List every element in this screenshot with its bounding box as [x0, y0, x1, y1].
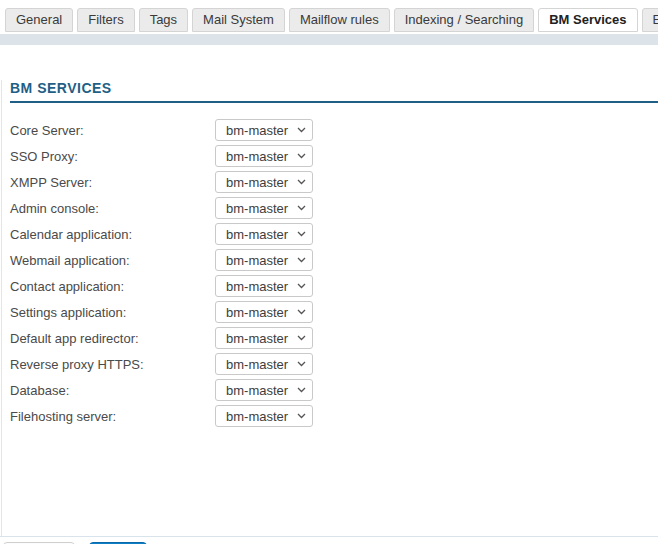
form-row: Calendar application:bm-master [10, 221, 658, 247]
field-label-calendar-application: Calendar application: [10, 227, 215, 242]
select-filehosting-server[interactable]: bm-master [215, 405, 313, 427]
form-row: XMPP Server:bm-master [10, 169, 658, 195]
form-row: Contact application:bm-master [10, 273, 658, 299]
field-label-webmail-application: Webmail application: [10, 253, 215, 268]
tab-exte[interactable]: Exte [642, 8, 658, 32]
form-row: Webmail application:bm-master [10, 247, 658, 273]
tab-general[interactable]: General [5, 8, 73, 32]
select-database[interactable]: bm-master [215, 379, 313, 401]
select-sso-proxy[interactable]: bm-master [215, 145, 313, 167]
field-label-core-server: Core Server: [10, 123, 215, 138]
select-wrap: bm-master [215, 197, 313, 219]
field-label-filehosting-server: Filehosting server: [10, 409, 215, 424]
field-label-reverse-proxy-https: Reverse proxy HTTPS: [10, 357, 215, 372]
select-wrap: bm-master [215, 119, 313, 141]
tab-mail-system[interactable]: Mail System [192, 8, 285, 32]
select-calendar-application[interactable]: bm-master [215, 223, 313, 245]
tab-filters[interactable]: Filters [77, 8, 134, 32]
select-wrap: bm-master [215, 223, 313, 245]
select-wrap: bm-master [215, 301, 313, 323]
field-label-admin-console: Admin console: [10, 201, 215, 216]
select-wrap: bm-master [215, 275, 313, 297]
select-wrap: bm-master [215, 379, 313, 401]
tab-bm-services[interactable]: BM Services [538, 8, 637, 32]
form-row: Filehosting server:bm-master [10, 403, 658, 429]
footer-bar: Cancel Save [0, 536, 658, 544]
select-admin-console[interactable]: bm-master [215, 197, 313, 219]
field-label-xmpp-server: XMPP Server: [10, 175, 215, 190]
select-wrap: bm-master [215, 353, 313, 375]
select-webmail-application[interactable]: bm-master [215, 249, 313, 271]
content-panel: BM SERVICES Core Server:bm-masterSSO Pro… [1, 80, 658, 536]
tab-indexing-searching[interactable]: Indexing / Searching [394, 8, 535, 32]
form-row: Settings application:bm-master [10, 299, 658, 325]
form-row: Admin console:bm-master [10, 195, 658, 221]
select-wrap: bm-master [215, 145, 313, 167]
tab-underline-band [0, 34, 658, 45]
form-row: Default app redirector:bm-master [10, 325, 658, 351]
field-label-default-app-redirector: Default app redirector: [10, 331, 215, 346]
select-core-server[interactable]: bm-master [215, 119, 313, 141]
field-label-contact-application: Contact application: [10, 279, 215, 294]
form-row: Reverse proxy HTTPS:bm-master [10, 351, 658, 377]
field-label-settings-application: Settings application: [10, 305, 215, 320]
form-row: SSO Proxy:bm-master [10, 143, 658, 169]
tab-mailflow-rules[interactable]: Mailflow rules [289, 8, 390, 32]
select-contact-application[interactable]: bm-master [215, 275, 313, 297]
select-default-app-redirector[interactable]: bm-master [215, 327, 313, 349]
select-wrap: bm-master [215, 249, 313, 271]
select-wrap: bm-master [215, 327, 313, 349]
select-settings-application[interactable]: bm-master [215, 301, 313, 323]
tab-tags[interactable]: Tags [139, 8, 188, 32]
form-row: Database:bm-master [10, 377, 658, 403]
select-xmpp-server[interactable]: bm-master [215, 171, 313, 193]
tab-bar: GeneralFiltersTagsMail SystemMailflow ru… [0, 0, 658, 32]
select-reverse-proxy-https[interactable]: bm-master [215, 353, 313, 375]
page-title: BM SERVICES [10, 80, 658, 103]
field-label-database: Database: [10, 383, 215, 398]
field-label-sso-proxy: SSO Proxy: [10, 149, 215, 164]
select-wrap: bm-master [215, 171, 313, 193]
form-row: Core Server:bm-master [10, 117, 658, 143]
services-form: Core Server:bm-masterSSO Proxy:bm-master… [10, 117, 658, 429]
select-wrap: bm-master [215, 405, 313, 427]
